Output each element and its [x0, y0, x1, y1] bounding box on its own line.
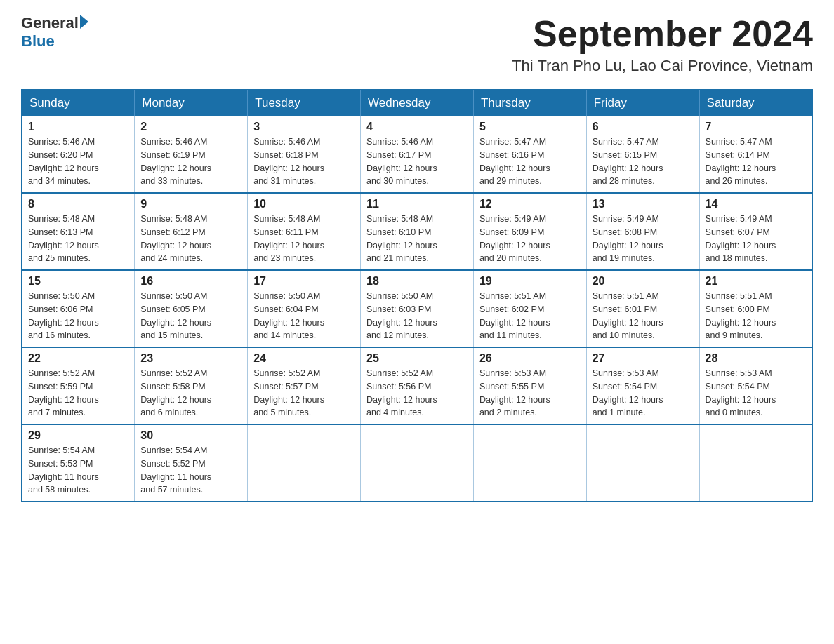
- day-number: 18: [366, 275, 468, 288]
- day-info: Sunrise: 5:50 AMSunset: 6:06 PMDaylight:…: [28, 290, 128, 342]
- table-row: [699, 424, 812, 502]
- header-friday: Friday: [586, 90, 699, 116]
- day-number: 2: [140, 121, 241, 133]
- day-info: Sunrise: 5:53 AMSunset: 5:55 PMDaylight:…: [479, 367, 581, 420]
- table-row: 12Sunrise: 5:49 AMSunset: 6:09 PMDayligh…: [473, 193, 586, 270]
- table-row: 15Sunrise: 5:50 AMSunset: 6:06 PMDayligh…: [22, 270, 135, 347]
- day-number: 26: [479, 352, 581, 365]
- table-row: [361, 424, 474, 502]
- table-row: 3Sunrise: 5:46 AMSunset: 6:18 PMDaylight…: [248, 116, 361, 194]
- calendar-subtitle: Thi Tran Pho Lu, Lao Cai Province, Vietn…: [512, 57, 813, 75]
- table-row: 21Sunrise: 5:51 AMSunset: 6:00 PMDayligh…: [699, 270, 812, 347]
- page-header: General Blue September 2024 Thi Tran Pho…: [21, 14, 813, 75]
- day-info: Sunrise: 5:52 AMSunset: 5:57 PMDaylight:…: [253, 367, 355, 420]
- day-number: 7: [706, 121, 806, 133]
- table-row: 10Sunrise: 5:48 AMSunset: 6:11 PMDayligh…: [248, 193, 361, 270]
- day-number: 4: [366, 121, 468, 133]
- day-info: Sunrise: 5:47 AMSunset: 6:14 PMDaylight:…: [706, 135, 806, 188]
- day-info: Sunrise: 5:48 AMSunset: 6:10 PMDaylight:…: [366, 213, 468, 265]
- logo-blue-text: Blue: [21, 32, 88, 51]
- day-number: 14: [706, 198, 806, 210]
- day-info: Sunrise: 5:46 AMSunset: 6:18 PMDaylight:…: [253, 135, 355, 188]
- day-number: 15: [28, 275, 128, 288]
- table-row: [586, 424, 699, 502]
- day-number: 25: [366, 352, 468, 365]
- table-row: 28Sunrise: 5:53 AMSunset: 5:54 PMDayligh…: [699, 347, 812, 424]
- calendar-title: September 2024: [512, 14, 813, 54]
- calendar-week-2: 8Sunrise: 5:48 AMSunset: 6:13 PMDaylight…: [22, 193, 812, 270]
- table-row: 5Sunrise: 5:47 AMSunset: 6:16 PMDaylight…: [473, 116, 586, 194]
- day-number: 23: [140, 352, 241, 365]
- day-info: Sunrise: 5:46 AMSunset: 6:19 PMDaylight:…: [140, 135, 241, 188]
- day-number: 5: [479, 121, 581, 133]
- calendar-table: Sunday Monday Tuesday Wednesday Thursday…: [21, 89, 813, 502]
- day-info: Sunrise: 5:47 AMSunset: 6:15 PMDaylight:…: [593, 135, 694, 188]
- day-number: 22: [28, 352, 128, 365]
- day-number: 27: [593, 352, 694, 365]
- table-row: 18Sunrise: 5:50 AMSunset: 6:03 PMDayligh…: [361, 270, 474, 347]
- day-number: 19: [479, 275, 581, 288]
- day-info: Sunrise: 5:52 AMSunset: 5:56 PMDaylight:…: [366, 367, 468, 420]
- day-info: Sunrise: 5:49 AMSunset: 6:09 PMDaylight:…: [479, 213, 581, 265]
- day-info: Sunrise: 5:51 AMSunset: 6:00 PMDaylight:…: [706, 290, 806, 342]
- day-info: Sunrise: 5:47 AMSunset: 6:16 PMDaylight:…: [479, 135, 581, 188]
- header-thursday: Thursday: [473, 90, 586, 116]
- day-info: Sunrise: 5:54 AMSunset: 5:52 PMDaylight:…: [140, 444, 241, 497]
- table-row: 23Sunrise: 5:52 AMSunset: 5:58 PMDayligh…: [135, 347, 248, 424]
- header-saturday: Saturday: [699, 90, 812, 116]
- day-info: Sunrise: 5:51 AMSunset: 6:02 PMDaylight:…: [479, 290, 581, 342]
- table-row: 1Sunrise: 5:46 AMSunset: 6:20 PMDaylight…: [22, 116, 135, 194]
- day-number: 20: [593, 275, 694, 288]
- table-row: 29Sunrise: 5:54 AMSunset: 5:53 PMDayligh…: [22, 424, 135, 502]
- day-number: 24: [253, 352, 355, 365]
- table-row: 9Sunrise: 5:48 AMSunset: 6:12 PMDaylight…: [135, 193, 248, 270]
- day-info: Sunrise: 5:48 AMSunset: 6:12 PMDaylight:…: [140, 213, 241, 265]
- table-row: 6Sunrise: 5:47 AMSunset: 6:15 PMDaylight…: [586, 116, 699, 194]
- day-number: 8: [28, 198, 128, 210]
- table-row: 7Sunrise: 5:47 AMSunset: 6:14 PMDaylight…: [699, 116, 812, 194]
- table-row: 16Sunrise: 5:50 AMSunset: 6:05 PMDayligh…: [135, 270, 248, 347]
- logo-general-text: General: [21, 14, 79, 32]
- table-row: [248, 424, 361, 502]
- table-row: 26Sunrise: 5:53 AMSunset: 5:55 PMDayligh…: [473, 347, 586, 424]
- day-info: Sunrise: 5:52 AMSunset: 5:58 PMDaylight:…: [140, 367, 241, 420]
- day-number: 11: [366, 198, 468, 210]
- day-info: Sunrise: 5:49 AMSunset: 6:08 PMDaylight:…: [593, 213, 694, 265]
- calendar-week-5: 29Sunrise: 5:54 AMSunset: 5:53 PMDayligh…: [22, 424, 812, 502]
- day-info: Sunrise: 5:46 AMSunset: 6:20 PMDaylight:…: [28, 135, 128, 188]
- table-row: 20Sunrise: 5:51 AMSunset: 6:01 PMDayligh…: [586, 270, 699, 347]
- day-number: 12: [479, 198, 581, 210]
- day-number: 17: [253, 275, 355, 288]
- header-tuesday: Tuesday: [248, 90, 361, 116]
- table-row: 17Sunrise: 5:50 AMSunset: 6:04 PMDayligh…: [248, 270, 361, 347]
- day-number: 6: [593, 121, 694, 133]
- day-number: 29: [28, 429, 128, 442]
- table-row: 22Sunrise: 5:52 AMSunset: 5:59 PMDayligh…: [22, 347, 135, 424]
- day-info: Sunrise: 5:49 AMSunset: 6:07 PMDaylight:…: [706, 213, 806, 265]
- table-row: 8Sunrise: 5:48 AMSunset: 6:13 PMDaylight…: [22, 193, 135, 270]
- header-sunday: Sunday: [22, 90, 135, 116]
- logo-triangle-icon: [80, 15, 88, 29]
- calendar-week-4: 22Sunrise: 5:52 AMSunset: 5:59 PMDayligh…: [22, 347, 812, 424]
- day-number: 13: [593, 198, 694, 210]
- logo: General Blue: [21, 14, 88, 51]
- header-monday: Monday: [135, 90, 248, 116]
- day-info: Sunrise: 5:50 AMSunset: 6:04 PMDaylight:…: [253, 290, 355, 342]
- calendar-week-1: 1Sunrise: 5:46 AMSunset: 6:20 PMDaylight…: [22, 116, 812, 194]
- table-row: [473, 424, 586, 502]
- day-number: 1: [28, 121, 128, 133]
- day-info: Sunrise: 5:50 AMSunset: 6:03 PMDaylight:…: [366, 290, 468, 342]
- day-info: Sunrise: 5:53 AMSunset: 5:54 PMDaylight:…: [593, 367, 694, 420]
- table-row: 4Sunrise: 5:46 AMSunset: 6:17 PMDaylight…: [361, 116, 474, 194]
- day-number: 16: [140, 275, 241, 288]
- table-row: 27Sunrise: 5:53 AMSunset: 5:54 PMDayligh…: [586, 347, 699, 424]
- day-info: Sunrise: 5:48 AMSunset: 6:13 PMDaylight:…: [28, 213, 128, 265]
- day-info: Sunrise: 5:52 AMSunset: 5:59 PMDaylight:…: [28, 367, 128, 420]
- table-row: 19Sunrise: 5:51 AMSunset: 6:02 PMDayligh…: [473, 270, 586, 347]
- table-row: 30Sunrise: 5:54 AMSunset: 5:52 PMDayligh…: [135, 424, 248, 502]
- day-number: 30: [140, 429, 241, 442]
- day-info: Sunrise: 5:54 AMSunset: 5:53 PMDaylight:…: [28, 444, 128, 497]
- day-number: 9: [140, 198, 241, 210]
- table-row: 2Sunrise: 5:46 AMSunset: 6:19 PMDaylight…: [135, 116, 248, 194]
- title-section: September 2024 Thi Tran Pho Lu, Lao Cai …: [512, 14, 813, 75]
